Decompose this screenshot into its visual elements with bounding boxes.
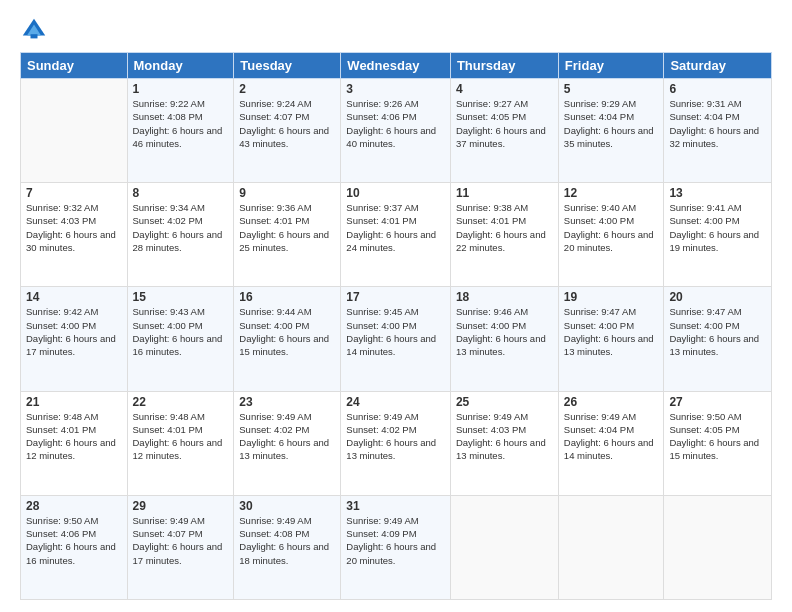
day-info: Sunrise: 9:41 AMSunset: 4:00 PMDaylight:… <box>669 201 766 254</box>
day-info: Sunrise: 9:37 AMSunset: 4:01 PMDaylight:… <box>346 201 445 254</box>
day-info: Sunrise: 9:24 AMSunset: 4:07 PMDaylight:… <box>239 97 335 150</box>
day-info: Sunrise: 9:42 AMSunset: 4:00 PMDaylight:… <box>26 305 122 358</box>
header-day-monday: Monday <box>127 53 234 79</box>
week-row-2: 14Sunrise: 9:42 AMSunset: 4:00 PMDayligh… <box>21 287 772 391</box>
day-info: Sunrise: 9:40 AMSunset: 4:00 PMDaylight:… <box>564 201 659 254</box>
day-cell: 15Sunrise: 9:43 AMSunset: 4:00 PMDayligh… <box>127 287 234 391</box>
week-row-3: 21Sunrise: 9:48 AMSunset: 4:01 PMDayligh… <box>21 391 772 495</box>
day-info: Sunrise: 9:49 AMSunset: 4:03 PMDaylight:… <box>456 410 553 463</box>
day-cell: 5Sunrise: 9:29 AMSunset: 4:04 PMDaylight… <box>558 79 664 183</box>
day-cell: 8Sunrise: 9:34 AMSunset: 4:02 PMDaylight… <box>127 183 234 287</box>
day-number: 15 <box>133 290 229 304</box>
day-number: 31 <box>346 499 445 513</box>
day-info: Sunrise: 9:48 AMSunset: 4:01 PMDaylight:… <box>133 410 229 463</box>
day-cell: 4Sunrise: 9:27 AMSunset: 4:05 PMDaylight… <box>450 79 558 183</box>
week-row-4: 28Sunrise: 9:50 AMSunset: 4:06 PMDayligh… <box>21 495 772 599</box>
day-number: 24 <box>346 395 445 409</box>
day-info: Sunrise: 9:50 AMSunset: 4:06 PMDaylight:… <box>26 514 122 567</box>
calendar-body: 1Sunrise: 9:22 AMSunset: 4:08 PMDaylight… <box>21 79 772 600</box>
day-number: 25 <box>456 395 553 409</box>
day-cell <box>450 495 558 599</box>
day-info: Sunrise: 9:49 AMSunset: 4:07 PMDaylight:… <box>133 514 229 567</box>
day-cell: 11Sunrise: 9:38 AMSunset: 4:01 PMDayligh… <box>450 183 558 287</box>
day-info: Sunrise: 9:26 AMSunset: 4:06 PMDaylight:… <box>346 97 445 150</box>
day-cell: 9Sunrise: 9:36 AMSunset: 4:01 PMDaylight… <box>234 183 341 287</box>
day-cell: 21Sunrise: 9:48 AMSunset: 4:01 PMDayligh… <box>21 391 128 495</box>
week-row-0: 1Sunrise: 9:22 AMSunset: 4:08 PMDaylight… <box>21 79 772 183</box>
day-number: 20 <box>669 290 766 304</box>
day-cell: 10Sunrise: 9:37 AMSunset: 4:01 PMDayligh… <box>341 183 451 287</box>
day-info: Sunrise: 9:49 AMSunset: 4:04 PMDaylight:… <box>564 410 659 463</box>
day-number: 13 <box>669 186 766 200</box>
day-number: 22 <box>133 395 229 409</box>
day-cell: 24Sunrise: 9:49 AMSunset: 4:02 PMDayligh… <box>341 391 451 495</box>
day-info: Sunrise: 9:31 AMSunset: 4:04 PMDaylight:… <box>669 97 766 150</box>
day-cell: 30Sunrise: 9:49 AMSunset: 4:08 PMDayligh… <box>234 495 341 599</box>
day-cell: 27Sunrise: 9:50 AMSunset: 4:05 PMDayligh… <box>664 391 772 495</box>
day-info: Sunrise: 9:49 AMSunset: 4:09 PMDaylight:… <box>346 514 445 567</box>
page: SundayMondayTuesdayWednesdayThursdayFrid… <box>0 0 792 612</box>
day-cell: 12Sunrise: 9:40 AMSunset: 4:00 PMDayligh… <box>558 183 664 287</box>
day-number: 4 <box>456 82 553 96</box>
day-info: Sunrise: 9:49 AMSunset: 4:02 PMDaylight:… <box>346 410 445 463</box>
header-day-sunday: Sunday <box>21 53 128 79</box>
day-info: Sunrise: 9:46 AMSunset: 4:00 PMDaylight:… <box>456 305 553 358</box>
day-number: 28 <box>26 499 122 513</box>
day-number: 16 <box>239 290 335 304</box>
day-info: Sunrise: 9:45 AMSunset: 4:00 PMDaylight:… <box>346 305 445 358</box>
day-number: 18 <box>456 290 553 304</box>
calendar: SundayMondayTuesdayWednesdayThursdayFrid… <box>20 52 772 600</box>
header-day-saturday: Saturday <box>664 53 772 79</box>
day-info: Sunrise: 9:50 AMSunset: 4:05 PMDaylight:… <box>669 410 766 463</box>
day-cell: 1Sunrise: 9:22 AMSunset: 4:08 PMDaylight… <box>127 79 234 183</box>
day-cell: 31Sunrise: 9:49 AMSunset: 4:09 PMDayligh… <box>341 495 451 599</box>
day-info: Sunrise: 9:36 AMSunset: 4:01 PMDaylight:… <box>239 201 335 254</box>
day-number: 19 <box>564 290 659 304</box>
day-cell: 16Sunrise: 9:44 AMSunset: 4:00 PMDayligh… <box>234 287 341 391</box>
day-cell: 29Sunrise: 9:49 AMSunset: 4:07 PMDayligh… <box>127 495 234 599</box>
day-number: 5 <box>564 82 659 96</box>
day-cell: 14Sunrise: 9:42 AMSunset: 4:00 PMDayligh… <box>21 287 128 391</box>
day-info: Sunrise: 9:38 AMSunset: 4:01 PMDaylight:… <box>456 201 553 254</box>
logo-icon <box>20 16 48 44</box>
header-row: SundayMondayTuesdayWednesdayThursdayFrid… <box>21 53 772 79</box>
day-number: 21 <box>26 395 122 409</box>
day-number: 17 <box>346 290 445 304</box>
day-info: Sunrise: 9:32 AMSunset: 4:03 PMDaylight:… <box>26 201 122 254</box>
day-number: 9 <box>239 186 335 200</box>
day-info: Sunrise: 9:27 AMSunset: 4:05 PMDaylight:… <box>456 97 553 150</box>
day-info: Sunrise: 9:34 AMSunset: 4:02 PMDaylight:… <box>133 201 229 254</box>
header-day-tuesday: Tuesday <box>234 53 341 79</box>
day-cell <box>664 495 772 599</box>
day-info: Sunrise: 9:29 AMSunset: 4:04 PMDaylight:… <box>564 97 659 150</box>
day-cell: 13Sunrise: 9:41 AMSunset: 4:00 PMDayligh… <box>664 183 772 287</box>
day-cell: 3Sunrise: 9:26 AMSunset: 4:06 PMDaylight… <box>341 79 451 183</box>
day-info: Sunrise: 9:47 AMSunset: 4:00 PMDaylight:… <box>564 305 659 358</box>
day-cell: 22Sunrise: 9:48 AMSunset: 4:01 PMDayligh… <box>127 391 234 495</box>
day-cell <box>558 495 664 599</box>
week-row-1: 7Sunrise: 9:32 AMSunset: 4:03 PMDaylight… <box>21 183 772 287</box>
day-cell: 7Sunrise: 9:32 AMSunset: 4:03 PMDaylight… <box>21 183 128 287</box>
day-cell: 28Sunrise: 9:50 AMSunset: 4:06 PMDayligh… <box>21 495 128 599</box>
day-info: Sunrise: 9:48 AMSunset: 4:01 PMDaylight:… <box>26 410 122 463</box>
day-number: 1 <box>133 82 229 96</box>
day-cell: 25Sunrise: 9:49 AMSunset: 4:03 PMDayligh… <box>450 391 558 495</box>
calendar-header: SundayMondayTuesdayWednesdayThursdayFrid… <box>21 53 772 79</box>
day-cell: 2Sunrise: 9:24 AMSunset: 4:07 PMDaylight… <box>234 79 341 183</box>
day-number: 14 <box>26 290 122 304</box>
day-info: Sunrise: 9:49 AMSunset: 4:02 PMDaylight:… <box>239 410 335 463</box>
header <box>20 16 772 44</box>
day-info: Sunrise: 9:44 AMSunset: 4:00 PMDaylight:… <box>239 305 335 358</box>
day-info: Sunrise: 9:22 AMSunset: 4:08 PMDaylight:… <box>133 97 229 150</box>
day-info: Sunrise: 9:47 AMSunset: 4:00 PMDaylight:… <box>669 305 766 358</box>
day-info: Sunrise: 9:49 AMSunset: 4:08 PMDaylight:… <box>239 514 335 567</box>
day-number: 7 <box>26 186 122 200</box>
day-number: 26 <box>564 395 659 409</box>
day-number: 11 <box>456 186 553 200</box>
day-cell: 6Sunrise: 9:31 AMSunset: 4:04 PMDaylight… <box>664 79 772 183</box>
header-day-thursday: Thursday <box>450 53 558 79</box>
day-cell: 18Sunrise: 9:46 AMSunset: 4:00 PMDayligh… <box>450 287 558 391</box>
day-number: 12 <box>564 186 659 200</box>
day-cell: 23Sunrise: 9:49 AMSunset: 4:02 PMDayligh… <box>234 391 341 495</box>
header-day-wednesday: Wednesday <box>341 53 451 79</box>
